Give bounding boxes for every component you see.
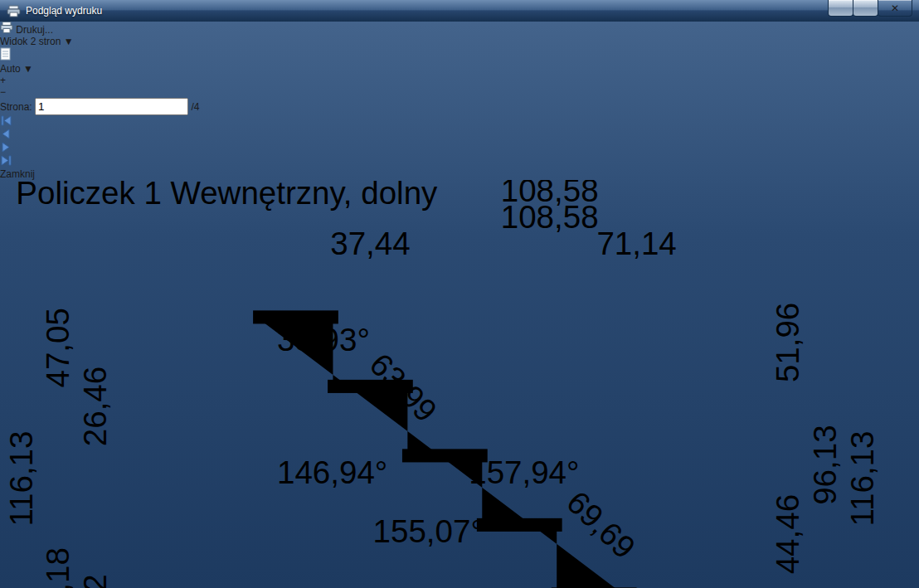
previous-page-button[interactable] xyxy=(0,129,919,142)
zoom-out-button[interactable]: − xyxy=(0,86,919,98)
drawing-title: Policzek 1 Wewnętrzny, dolny xyxy=(16,180,438,211)
minimize-button[interactable] xyxy=(828,0,853,17)
page-frame: Policzek 1 Wewnętrzny, dolny 108,58108,5… xyxy=(0,180,919,588)
first-page-icon xyxy=(0,115,12,126)
page-icon xyxy=(0,47,11,61)
chevron-down-icon: ▼ xyxy=(64,36,74,47)
print-button[interactable]: Drukuj... xyxy=(0,22,919,36)
dimension-label: 108,58 xyxy=(501,199,599,235)
dimension-label: 35,93° xyxy=(277,322,370,357)
preview-area: Policzek 1 Wewnętrzny, dolny 108,58108,5… xyxy=(0,180,919,588)
zoom-mode-select[interactable]: Auto ▼ xyxy=(0,63,919,75)
dimension-label: 69,69 xyxy=(560,484,642,566)
previous-page-icon xyxy=(0,129,12,139)
toolbar: Drukuj... Widok 2 stron ▼ Auto ▼ + − Str… xyxy=(0,22,919,180)
print-button-label: Drukuj... xyxy=(16,24,53,36)
dimension-label: 155,07° xyxy=(373,513,484,549)
window-title: Podgląd wydruku xyxy=(26,5,102,17)
zoom-mode-value: Auto xyxy=(0,63,21,75)
dimension-label: 41,72 xyxy=(77,574,113,588)
content-area: Policzek 1 Wewnętrzny, dolny 108,58108,5… xyxy=(0,180,919,588)
view-mode-select[interactable]: Widok 2 stron ▼ xyxy=(0,36,919,47)
dimension-label: 37,44 xyxy=(330,226,410,261)
page-number-input[interactable] xyxy=(35,98,188,115)
chevron-down-icon: ▼ xyxy=(23,63,33,75)
page-total: /4 xyxy=(191,101,199,113)
dimension-label: 146,94° xyxy=(277,454,387,490)
printer-window-icon xyxy=(7,5,21,17)
dimension-label: 44,46 xyxy=(770,494,805,574)
next-page-icon xyxy=(0,142,12,153)
dimension-label: 157,94° xyxy=(469,454,579,490)
view-mode-value: Widok 2 stron xyxy=(0,36,61,47)
dimension-label: 71,14 xyxy=(596,226,676,261)
close-preview-label: Zamknij xyxy=(0,168,35,180)
dimension-label: 116,13 xyxy=(844,431,880,527)
titlebar: Podgląd wydruku ✕ xyxy=(0,0,919,22)
print-preview-window: Podgląd wydruku ✕ Drukuj... Widok 2 stro… xyxy=(0,0,919,588)
dimension-label: 26,46 xyxy=(77,367,113,446)
first-page-button[interactable] xyxy=(0,115,919,129)
dimension-label: 51,96 xyxy=(770,303,805,382)
close-button[interactable]: ✕ xyxy=(878,0,912,17)
zoom-in-button[interactable]: + xyxy=(0,75,919,86)
dimension-label: 96,13 xyxy=(807,425,843,504)
dimension-label: 68,18 xyxy=(41,547,76,588)
close-preview-button[interactable]: Zamknij xyxy=(0,168,919,180)
last-page-icon xyxy=(0,155,12,166)
printer-icon xyxy=(0,22,13,33)
pages-row: Policzek 1 Wewnętrzny, dolny 108,58108,5… xyxy=(0,180,919,588)
plus-icon: + xyxy=(0,75,6,86)
last-page-button[interactable] xyxy=(0,155,919,168)
next-page-button[interactable] xyxy=(0,142,919,155)
minus-icon: − xyxy=(0,86,6,98)
page-label: Strona: xyxy=(0,101,32,113)
caption-buttons: ✕ xyxy=(829,0,912,17)
preview-page-1: Policzek 1 Wewnętrzny, dolny 108,58108,5… xyxy=(0,180,919,588)
close-icon: ✕ xyxy=(891,2,899,14)
maximize-button[interactable] xyxy=(853,0,878,17)
drawing-policzek-1: Policzek 1 Wewnętrzny, dolny 108,58108,5… xyxy=(0,180,919,588)
dimension-label: 116,13 xyxy=(3,431,39,527)
dimension-label: 47,05 xyxy=(41,308,76,387)
